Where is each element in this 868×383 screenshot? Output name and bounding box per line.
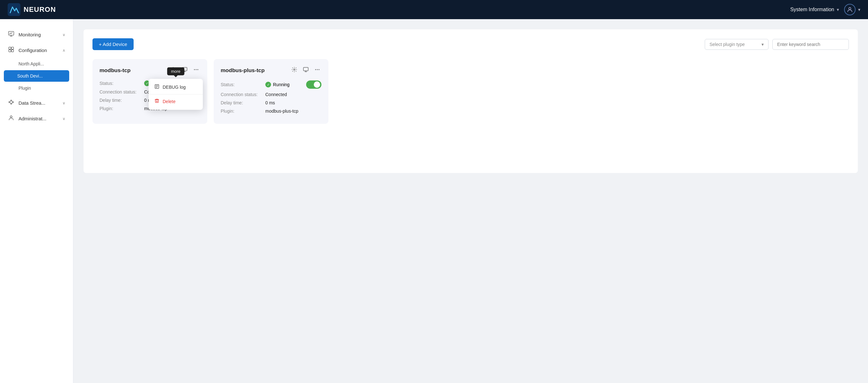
data-stream-label: Data Strea...: [19, 100, 45, 106]
svg-rect-8: [11, 50, 14, 52]
card-actions-1: more: [169, 66, 200, 75]
svg-point-9: [9, 101, 10, 102]
south-devi-label: South Devi...: [17, 73, 43, 79]
monitoring-icon: [8, 31, 15, 39]
connection-value-2: Connected: [265, 92, 287, 97]
plugin-value-2: modbus-plus-tcp: [265, 109, 299, 114]
configuration-icon: [8, 46, 15, 54]
delay-value-2: 0 ms: [265, 100, 275, 105]
delete-label: Delete: [163, 99, 175, 104]
card-header-2: modbus-plus-tcp: [221, 66, 321, 75]
delay-label-2: Delay time:: [221, 100, 265, 105]
administration-label: Administrat...: [19, 116, 46, 121]
more-dropdown-menu: more: [149, 79, 203, 110]
card-actions-2: [290, 66, 321, 75]
status-label-1: Status:: [99, 81, 144, 86]
sidebar: Monitoring ∨ Configuration ∧ North Appli…: [0, 19, 73, 383]
delay-label-1: Delay time:: [99, 98, 144, 103]
status-text-2: Running: [273, 82, 289, 87]
card-row-status-2: Status: ✓ Running: [221, 81, 321, 89]
dropdown-tooltip: more: [167, 67, 184, 75]
data-stream-icon: [8, 99, 15, 107]
plugin-type-select[interactable]: Select plugin type ▾: [705, 39, 769, 50]
card-row-plugin-2: Plugin: modbus-plus-tcp: [221, 109, 321, 114]
svg-point-32: [294, 69, 295, 70]
add-device-label: + Add Device: [99, 41, 127, 47]
more-button-2[interactable]: [313, 66, 321, 75]
select-plugin-label: Select plugin type: [710, 42, 745, 47]
sidebar-item-north-appli[interactable]: North Appli...: [0, 58, 73, 69]
svg-rect-7: [9, 50, 11, 52]
svg-line-13: [10, 101, 10, 102]
system-info-menu[interactable]: System Information ▾ ▾: [790, 4, 860, 15]
debug-log-label: DEBUG log: [163, 85, 186, 90]
monitor-button-2[interactable]: [302, 66, 310, 75]
plugin-label-2: Plugin:: [221, 109, 265, 114]
main-content: + Add Device Select plugin type ▾ modbus…: [73, 19, 868, 383]
administration-icon: [8, 115, 15, 123]
card-row-connection-2: Connection status: Connected: [221, 92, 321, 97]
sidebar-item-data-stream[interactable]: Data Strea... ∨: [0, 95, 73, 111]
device-card-modbus-tcp: modbus-tcp: [92, 59, 207, 124]
delete-item[interactable]: Delete: [149, 95, 203, 108]
svg-point-11: [10, 103, 11, 104]
svg-point-23: [196, 69, 197, 70]
svg-line-16: [12, 102, 13, 104]
logo-text: NEURON: [24, 5, 56, 14]
svg-point-12: [12, 101, 13, 102]
sidebar-item-south-devi[interactable]: South Devi...: [4, 70, 69, 82]
avatar[interactable]: [844, 4, 856, 15]
svg-point-1: [849, 7, 851, 9]
status-label-2: Status:: [221, 82, 265, 87]
administration-chevron-icon: ∨: [62, 117, 65, 121]
cards-grid: modbus-tcp: [92, 59, 849, 124]
debug-log-item[interactable]: DEBUG log: [149, 81, 203, 93]
dropdown-divider: [149, 94, 203, 94]
sidebar-item-plugin[interactable]: Plugin: [0, 82, 73, 94]
card-title-1: modbus-tcp: [99, 67, 130, 74]
plugin-label: Plugin: [19, 86, 31, 91]
configuration-chevron-icon: ∧: [62, 48, 65, 53]
debug-log-icon: [154, 84, 159, 90]
svg-rect-33: [304, 67, 308, 71]
device-card-modbus-plus-tcp: modbus-plus-tcp: [214, 59, 329, 124]
system-info-label: System Information: [790, 7, 834, 12]
user-chevron-icon: ▾: [858, 7, 860, 12]
status-check-icon-2: ✓: [265, 82, 271, 87]
svg-rect-5: [9, 47, 11, 50]
enabled-toggle-2[interactable]: [306, 81, 321, 89]
content-panel: + Add Device Select plugin type ▾ modbus…: [84, 29, 858, 173]
sidebar-item-administration[interactable]: Administrat... ∨: [0, 111, 73, 126]
svg-point-17: [10, 116, 12, 118]
logo[interactable]: NEURON: [8, 3, 56, 16]
connection-label-1: Connection status:: [99, 89, 144, 94]
svg-rect-29: [155, 99, 158, 102]
svg-line-15: [12, 100, 13, 102]
status-value-2: ✓ Running: [265, 81, 321, 89]
layout: Monitoring ∨ Configuration ∧ North Appli…: [0, 19, 868, 383]
more-button-1[interactable]: [192, 66, 200, 75]
select-chevron-icon: ▾: [762, 42, 764, 47]
connection-label-2: Connection status:: [221, 92, 265, 97]
svg-point-22: [194, 69, 195, 70]
add-device-button[interactable]: + Add Device: [92, 38, 134, 50]
svg-point-37: [317, 69, 318, 70]
card-header-1: modbus-tcp: [99, 66, 200, 75]
chevron-down-icon: ▾: [837, 7, 839, 12]
plugin-label-1: Plugin:: [99, 106, 144, 111]
card-row-delay-2: Delay time: 0 ms: [221, 100, 321, 105]
sidebar-monitoring-label: Monitoring: [19, 32, 41, 37]
settings-button-2[interactable]: [290, 66, 299, 75]
toolbar: + Add Device Select plugin type ▾: [92, 38, 849, 50]
topnav: NEURON System Information ▾ ▾: [0, 0, 868, 19]
svg-point-38: [318, 69, 319, 70]
north-appli-label: North Appli...: [19, 61, 44, 66]
svg-point-24: [197, 69, 198, 70]
more-dropdown-anchor: more: [192, 66, 200, 75]
svg-rect-6: [11, 47, 14, 50]
sidebar-configuration-label: Configuration: [19, 48, 47, 53]
sidebar-item-monitoring[interactable]: Monitoring ∨: [0, 27, 73, 42]
delete-icon: [154, 98, 159, 105]
sidebar-item-configuration[interactable]: Configuration ∧: [0, 42, 73, 58]
keyword-search-input[interactable]: [772, 39, 849, 50]
